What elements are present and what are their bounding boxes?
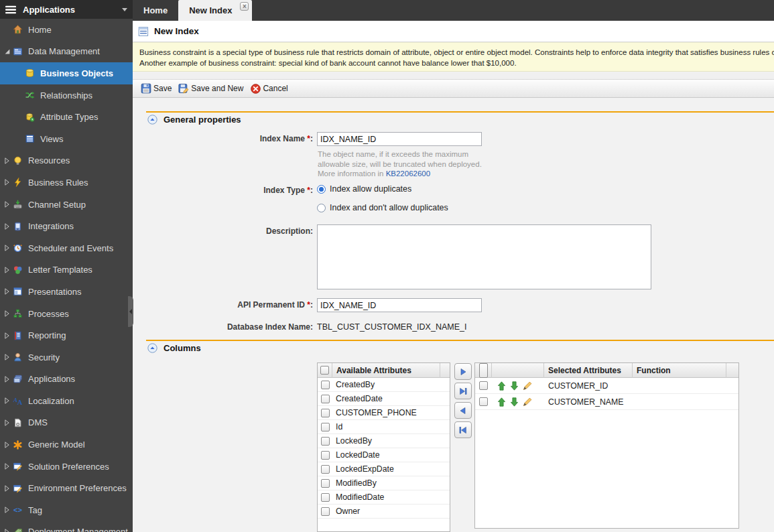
sidebar-item-solution-preferences[interactable]: Solution Preferences — [0, 456, 133, 478]
selected-attribute-row[interactable]: CUSTOMER_ID — [475, 378, 738, 394]
expand-arrow-icon[interactable] — [3, 179, 11, 186]
sidebar-item-tag[interactable]: <>Tag — [0, 499, 133, 521]
cancel-button[interactable]: Cancel — [247, 81, 291, 96]
save-button[interactable]: Save — [137, 81, 175, 96]
sidebar-item-resources[interactable]: Resources — [0, 150, 133, 172]
expand-arrow-icon[interactable] — [3, 354, 11, 360]
sidebar-item-relationships[interactable]: Relationships — [0, 84, 133, 107]
move-all-left-button[interactable] — [454, 421, 472, 438]
expand-arrow-icon[interactable] — [3, 288, 11, 295]
sidebar-item-data-management[interactable]: Data Management — [0, 41, 133, 63]
sidebar-item-business-objects[interactable]: Business Objects — [0, 62, 133, 84]
row-checkbox[interactable] — [321, 395, 330, 403]
move-up-icon[interactable] — [497, 397, 506, 407]
expand-arrow-icon[interactable] — [3, 157, 11, 164]
kb-link[interactable]: KB22062600 — [386, 170, 431, 178]
hamburger-menu-icon[interactable] — [5, 4, 16, 15]
description-textarea[interactable] — [317, 224, 651, 289]
available-attribute-row[interactable]: ModifiedBy — [318, 476, 450, 490]
sidebar-item-applications[interactable]: Applications — [0, 369, 133, 391]
edit-pencil-icon[interactable] — [523, 381, 533, 391]
integrations-icon — [12, 221, 23, 232]
available-attribute-row[interactable]: CreatedBy — [318, 378, 450, 392]
tab-new-index[interactable]: New Index × — [178, 0, 252, 21]
collapse-section-icon[interactable] — [147, 343, 157, 353]
sidebar-item-scheduler-and-events[interactable]: Scheduler and Events — [0, 237, 133, 259]
sidebar-item-localization[interactable]: AALocalization — [0, 390, 133, 412]
available-attribute-row[interactable]: ModifiedDate — [318, 490, 450, 505]
sidebar-item-channel-setup[interactable]: Channel Setup — [0, 194, 133, 216]
sidebar-item-attribute-types[interactable]: Attribute Types — [0, 106, 133, 128]
expand-arrow-icon[interactable] — [3, 201, 11, 208]
save-and-new-button[interactable]: Save and New — [175, 81, 247, 96]
available-attribute-row[interactable]: LockedDate — [318, 448, 450, 462]
edit-pencil-icon[interactable] — [523, 397, 533, 407]
sidebar-item-security[interactable]: Security — [0, 346, 133, 369]
available-attribute-row[interactable]: LockedExpDate — [318, 462, 450, 476]
sidebar-item-environment-preferences[interactable]: Environment Preferences — [0, 477, 133, 499]
sidebar-item-generic-model[interactable]: Generic Model — [0, 434, 133, 456]
move-selected-left-button[interactable] — [454, 402, 472, 419]
expand-arrow-icon[interactable] — [3, 419, 11, 426]
row-checkbox[interactable] — [479, 381, 488, 390]
selected-attribute-row[interactable]: CUSTOMER_NAME — [475, 394, 738, 410]
radio-unselected-icon[interactable] — [317, 204, 326, 212]
available-attribute-row[interactable]: Owner — [318, 505, 450, 519]
row-checkbox[interactable] — [321, 451, 330, 460]
expand-arrow-icon[interactable] — [3, 223, 11, 230]
caret-down-icon[interactable] — [122, 8, 127, 11]
move-selected-right-button[interactable] — [454, 363, 472, 380]
available-attribute-row[interactable]: Id — [318, 420, 450, 434]
sidebar-item-processes[interactable]: Processes — [0, 303, 133, 325]
available-attribute-row[interactable]: LockedBy — [318, 434, 450, 448]
expand-arrow-icon[interactable] — [3, 376, 11, 383]
sidebar-item-views[interactable]: Views — [0, 128, 133, 150]
close-tab-icon[interactable]: × — [240, 2, 249, 11]
row-checkbox[interactable] — [479, 397, 488, 406]
sidebar-item-dms[interactable]: DMS — [0, 412, 133, 434]
sidebar-item-letter-templates[interactable]: Letter Templates — [0, 259, 133, 281]
available-attribute-row[interactable]: CreatedDate — [318, 392, 450, 406]
sidebar-item-deployment-management[interactable]: Deployment Management — [0, 521, 133, 532]
index-name-input[interactable] — [317, 132, 482, 146]
index-type-option-no-duplicates[interactable]: Index and don't allow duplicates — [317, 203, 448, 212]
collapse-arrow-icon[interactable] — [3, 49, 11, 54]
expand-arrow-icon[interactable] — [3, 529, 11, 532]
expand-arrow-icon[interactable] — [3, 507, 11, 513]
expand-arrow-icon[interactable] — [3, 245, 11, 251]
row-checkbox[interactable] — [321, 465, 330, 474]
expand-arrow-icon[interactable] — [3, 397, 11, 404]
tab-home[interactable]: Home — [133, 0, 178, 21]
row-checkbox[interactable] — [321, 423, 330, 431]
select-all-checkbox[interactable] — [479, 363, 488, 378]
radio-selected-icon[interactable] — [317, 185, 326, 194]
index-type-option-allow-duplicates[interactable]: Index allow duplicates — [317, 184, 411, 194]
expand-arrow-icon[interactable] — [3, 267, 11, 273]
sidebar-header[interactable]: Applications — [0, 0, 133, 19]
row-checkbox[interactable] — [321, 409, 330, 417]
row-checkbox[interactable] — [321, 507, 330, 516]
sidebar-item-presentations[interactable]: Presentations — [0, 281, 133, 303]
expand-arrow-icon[interactable] — [3, 485, 11, 492]
move-up-icon[interactable] — [497, 381, 506, 391]
sidebar-item-home[interactable]: Home — [0, 19, 133, 41]
row-checkbox[interactable] — [321, 493, 330, 502]
move-all-right-button[interactable] — [454, 383, 472, 399]
move-down-icon[interactable] — [510, 397, 519, 407]
expand-arrow-icon[interactable] — [3, 442, 11, 448]
move-down-icon[interactable] — [510, 381, 519, 391]
select-all-checkbox[interactable] — [320, 366, 329, 375]
sidebar-item-reporting[interactable]: Reporting — [0, 324, 133, 346]
row-checkbox[interactable] — [321, 381, 330, 389]
sidebar-item-integrations[interactable]: Integrations — [0, 215, 133, 237]
expand-arrow-icon[interactable] — [3, 310, 11, 317]
row-checkbox[interactable] — [321, 479, 330, 488]
sidebar-collapse-handle[interactable] — [128, 296, 133, 327]
expand-arrow-icon[interactable] — [3, 332, 11, 339]
collapse-section-icon[interactable] — [147, 115, 157, 125]
sidebar-item-business-rules[interactable]: Business Rules — [0, 172, 133, 194]
expand-arrow-icon[interactable] — [3, 463, 11, 470]
row-checkbox[interactable] — [321, 437, 330, 446]
api-permanent-id-input[interactable] — [317, 298, 482, 312]
available-attribute-row[interactable]: CUSTOMER_PHONE — [318, 406, 450, 420]
